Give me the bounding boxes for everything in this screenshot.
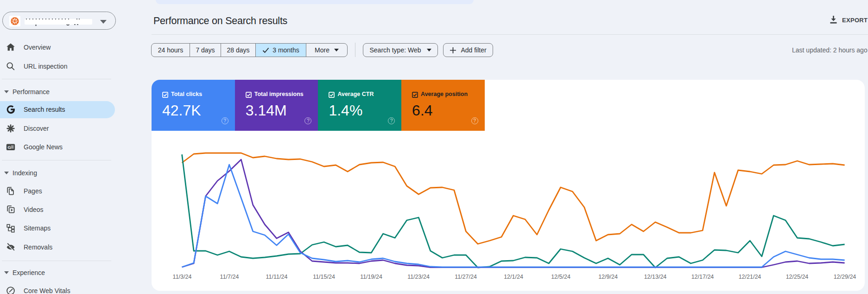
svg-text:G: G — [8, 145, 11, 150]
